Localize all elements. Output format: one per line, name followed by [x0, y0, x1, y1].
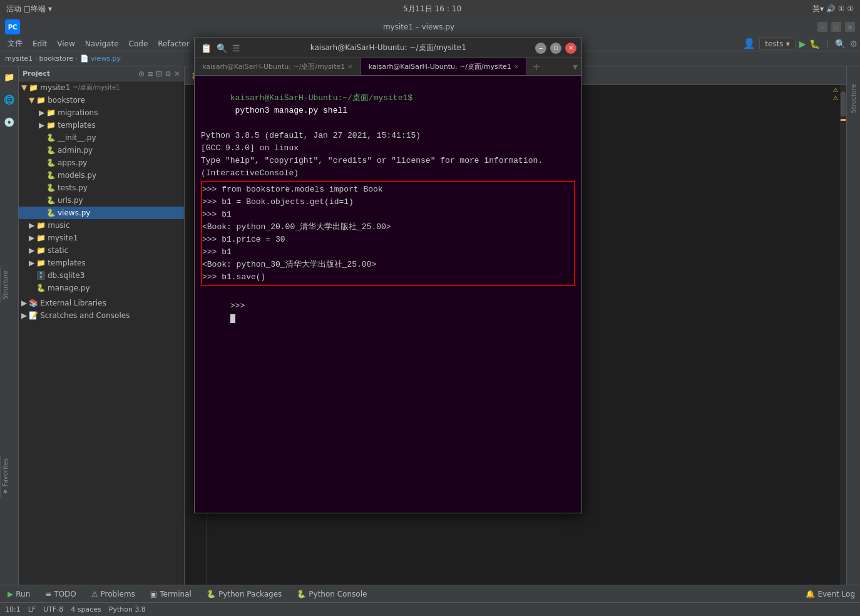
tree-item-bookstore[interactable]: ▼ 📁 bookstore — [19, 94, 184, 106]
terminal-line-prompt: kaisarh@KaiSarH-Ubuntu:~/桌面/mysite1$ pyt… — [201, 80, 575, 130]
terminal-content[interactable]: kaisarh@KaiSarH-Ubuntu:~/桌面/mysite1$ pyt… — [195, 76, 581, 513]
tree-item-tests[interactable]: 🐍 tests.py — [19, 182, 184, 194]
sync-icon[interactable]: ⊙ — [138, 69, 145, 78]
tree-item-templates-root[interactable]: ▶ 📁 templates — [19, 257, 184, 269]
tree-item-mysite1-sub[interactable]: ▶ 📁 mysite1 — [19, 232, 184, 244]
terminal-add-tab[interactable]: + — [527, 61, 545, 73]
debug-button[interactable]: 🐛 — [809, 39, 820, 49]
collapse-icon[interactable]: ⊟ — [156, 69, 162, 78]
run-config-label: tests ▾ — [759, 38, 795, 50]
breadcrumb-file[interactable]: 📄 views.py — [80, 54, 121, 63]
tree-item-templates-bk[interactable]: ▶ 📁 templates — [19, 119, 184, 131]
todo-tab-label: TODO — [54, 590, 76, 598]
tree-item-music[interactable]: ▶ 📁 music — [19, 219, 184, 232]
python-packages-tab-label: Python Packages — [218, 590, 282, 598]
tree-item-apps[interactable]: 🐍 apps.py — [19, 157, 184, 169]
mysite1-path: ~/桌面/mysite1 — [73, 83, 120, 92]
event-log-label: Event Log — [817, 590, 855, 598]
terminal-line-console: (InteractiveConsole) — [201, 167, 575, 180]
run-button[interactable]: ▶ — [799, 39, 806, 49]
activities-label[interactable]: 活动 □终端 ▾ — [6, 4, 52, 14]
folder-toggle-templates-bk: ▶ — [39, 121, 44, 130]
search-everywhere-button[interactable]: 🔍 — [835, 39, 846, 49]
ext-lib-icon: 📚 — [29, 299, 38, 307]
tree-item-models[interactable]: 🐍 models.py — [19, 169, 184, 182]
menu-code[interactable]: Code — [124, 36, 153, 51]
window-controls[interactable]: – □ ✕ — [817, 22, 855, 32]
close-button[interactable]: ✕ — [845, 22, 855, 32]
menu-refactor[interactable]: Refactor — [153, 36, 194, 51]
project-label: Project — [23, 69, 50, 78]
folder-toggle-music: ▶ — [29, 221, 34, 230]
tree-item-init[interactable]: 🐍 __init__.py — [19, 131, 184, 144]
window-title: mysite1 – views.py — [20, 23, 817, 31]
status-indent: 4 spaces — [71, 605, 101, 613]
bottom-tab-python-console[interactable]: 🐍 Python Console — [294, 588, 369, 600]
tree-label-templates-root: templates — [48, 259, 85, 267]
tree-item-views[interactable]: 🐍 views.py — [19, 207, 184, 219]
py-icon-urls: 🐍 — [46, 196, 56, 205]
hide-icon[interactable]: ✕ — [174, 69, 180, 78]
browser-icon[interactable]: 🌐 — [1, 91, 18, 108]
bottom-tab-python-packages[interactable]: 🐍 Python Packages — [204, 588, 284, 600]
status-lf: LF — [28, 605, 36, 613]
py-icon-apps: 🐍 — [46, 158, 56, 167]
menu-view[interactable]: View — [52, 36, 79, 51]
breadcrumb-root[interactable]: mysite1 — [5, 54, 33, 63]
project-panel: Project ⊙ ≡ ⊟ ⚙ ✕ ▼ 📁 mysite1 ~/桌面/mysit… — [19, 66, 185, 585]
tree-item-manage[interactable]: 🐍 manage.py — [19, 282, 184, 294]
tree-item-urls[interactable]: 🐍 urls.py — [19, 194, 184, 207]
gear-icon[interactable]: ⚙ — [165, 69, 171, 78]
event-log[interactable]: 🔔 Event Log — [806, 590, 855, 598]
terminal-tab-1[interactable]: kaisarh@KaiSarH-Ubuntu: ~/桌面/mysite1 ✕ — [195, 58, 361, 75]
more-run-button[interactable]: ⋮ — [824, 39, 831, 48]
editor-scrollbar[interactable] — [840, 85, 846, 585]
tree-item-static[interactable]: ▶ 📁 static — [19, 244, 184, 257]
folder-toggle-templates-root: ▶ — [29, 259, 34, 267]
py-icon-views: 🐍 — [46, 208, 56, 217]
menu-edit[interactable]: Edit — [28, 36, 52, 51]
tree-item-ext-lib[interactable]: ▶ 📚 External Libraries — [19, 297, 184, 309]
sort-icon[interactable]: ≡ — [147, 69, 153, 78]
minimize-button[interactable]: – — [817, 22, 827, 32]
status-python: Python 3.8 — [109, 605, 146, 613]
tree-item-admin[interactable]: 🐍 admin.py — [19, 144, 184, 157]
folder-icon-music: 📁 — [36, 221, 46, 230]
terminal-tab-arrow[interactable]: ▾ — [569, 61, 581, 73]
tree-item-mysite1[interactable]: ▼ 📁 mysite1 ~/桌面/mysite1 — [19, 81, 184, 94]
python-console-icon: 🐍 — [297, 590, 306, 598]
project-icon[interactable]: 📁 — [1, 69, 18, 85]
tree-item-migrations[interactable]: ▶ 📁 migrations — [19, 106, 184, 119]
terminal-tab-2[interactable]: kaisarh@KaiSarH-Ubuntu: ~/桌面/mysite1 ✕ — [361, 58, 528, 75]
menu-file[interactable]: 文件 — [3, 36, 28, 51]
tree-label-templates-bk: templates — [58, 121, 95, 130]
maximize-button[interactable]: □ — [831, 22, 841, 32]
terminal-search-icon[interactable]: 🔍 — [215, 42, 228, 54]
terminal-tab-1-close[interactable]: ✕ — [347, 63, 352, 70]
terminal-tab-label: Terminal — [160, 590, 192, 598]
dvd-icon[interactable]: 💿 — [1, 114, 18, 130]
ext-lib-toggle: ▶ — [21, 299, 27, 307]
breadcrumb-bookstore[interactable]: bookstore — [39, 54, 74, 63]
terminal-maximize-button[interactable]: □ — [550, 43, 561, 54]
bottom-tab-terminal[interactable]: ▣ Terminal — [148, 588, 194, 600]
file-tree: ▼ 📁 mysite1 ~/桌面/mysite1 ▼ 📁 bookstore ▶ — [19, 81, 184, 585]
terminal-tab-2-close[interactable]: ✕ — [514, 63, 519, 70]
bottom-tab-run[interactable]: ▶ Run — [5, 588, 33, 600]
terminal-close-button[interactable]: ✕ — [565, 43, 576, 54]
terminal-menu-icon[interactable]: ☰ — [231, 42, 242, 54]
terminal-minimize-button[interactable]: – — [535, 43, 546, 54]
tree-label-tests: tests.py — [58, 183, 88, 192]
settings-button[interactable]: ⚙ — [849, 39, 857, 49]
scroll-warning-indicator — [841, 119, 846, 121]
breadcrumb-sep-2: › — [75, 54, 78, 63]
tree-item-scratches[interactable]: ▶ 📝 Scratches and Consoles — [19, 309, 184, 322]
project-panel-header: Project ⊙ ≡ ⊟ ⚙ ✕ — [19, 66, 184, 81]
tree-item-db[interactable]: 🗄️ db.sqlite3 — [19, 269, 184, 282]
bottom-tab-todo[interactable]: ≡ TODO — [43, 588, 79, 600]
menu-navigate[interactable]: Navigate — [80, 36, 124, 51]
terminal-controls[interactable]: – □ ✕ — [535, 43, 576, 54]
tree-label-models: models.py — [58, 171, 96, 180]
py-icon-tests: 🐍 — [46, 183, 56, 192]
bottom-tab-problems[interactable]: ⚠ Problems — [89, 588, 138, 600]
